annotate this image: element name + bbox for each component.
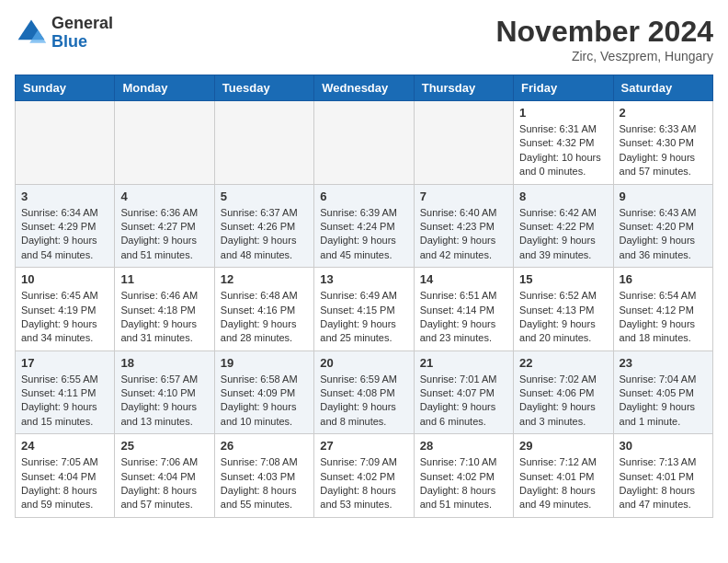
week-row-5: 24Sunrise: 7:05 AM Sunset: 4:04 PM Dayli…: [16, 434, 713, 518]
calendar-cell: 21Sunrise: 7:01 AM Sunset: 4:07 PM Dayli…: [414, 350, 513, 434]
calendar-cell: 1Sunrise: 6:31 AM Sunset: 4:32 PM Daylig…: [514, 101, 613, 185]
day-info: Sunrise: 7:02 AM Sunset: 4:06 PM Dayligh…: [519, 373, 607, 430]
day-info: Sunrise: 6:31 AM Sunset: 4:32 PM Dayligh…: [519, 122, 607, 179]
day-info: Sunrise: 6:52 AM Sunset: 4:13 PM Dayligh…: [519, 289, 607, 346]
logo-icon: [15, 17, 48, 50]
day-number: 19: [221, 356, 308, 370]
day-number: 16: [620, 272, 707, 286]
calendar-cell: 11Sunrise: 6:46 AM Sunset: 4:18 PM Dayli…: [115, 268, 214, 351]
day-info: Sunrise: 7:10 AM Sunset: 4:02 PM Dayligh…: [420, 455, 507, 512]
day-number: 21: [420, 356, 507, 370]
day-number: 26: [221, 439, 308, 453]
day-number: 17: [21, 356, 108, 370]
calendar-cell: 8Sunrise: 6:42 AM Sunset: 4:22 PM Daylig…: [514, 184, 613, 268]
day-number: 29: [519, 439, 607, 453]
day-info: Sunrise: 6:57 AM Sunset: 4:10 PM Dayligh…: [120, 373, 208, 430]
calendar-cell: 14Sunrise: 6:51 AM Sunset: 4:14 PM Dayli…: [414, 268, 513, 351]
day-number: 11: [120, 272, 208, 286]
day-info: Sunrise: 6:43 AM Sunset: 4:20 PM Dayligh…: [620, 206, 707, 263]
day-number: 25: [120, 439, 208, 453]
day-info: Sunrise: 7:12 AM Sunset: 4:01 PM Dayligh…: [519, 455, 607, 512]
calendar-cell: [214, 101, 313, 185]
calendar-cell: 29Sunrise: 7:12 AM Sunset: 4:01 PM Dayli…: [514, 434, 613, 518]
day-number: 18: [120, 356, 208, 370]
day-info: Sunrise: 6:48 AM Sunset: 4:16 PM Dayligh…: [221, 289, 308, 346]
day-info: Sunrise: 7:01 AM Sunset: 4:07 PM Dayligh…: [420, 373, 507, 430]
day-info: Sunrise: 7:09 AM Sunset: 4:02 PM Dayligh…: [320, 455, 407, 512]
logo: General Blue: [15, 15, 113, 52]
title-block: November 2024 Zirc, Veszprem, Hungary: [495, 15, 713, 63]
logo-general-text: General: [51, 14, 113, 32]
calendar-cell: 24Sunrise: 7:05 AM Sunset: 4:04 PM Dayli…: [16, 434, 115, 518]
day-info: Sunrise: 6:33 AM Sunset: 4:30 PM Dayligh…: [620, 122, 707, 179]
location-text: Zirc, Veszprem, Hungary: [495, 49, 713, 63]
calendar-cell: 12Sunrise: 6:48 AM Sunset: 4:16 PM Dayli…: [214, 268, 313, 351]
week-row-2: 3Sunrise: 6:34 AM Sunset: 4:29 PM Daylig…: [16, 184, 713, 268]
calendar-cell: 23Sunrise: 7:04 AM Sunset: 4:05 PM Dayli…: [613, 350, 712, 434]
day-number: 6: [320, 190, 407, 203]
day-info: Sunrise: 7:04 AM Sunset: 4:05 PM Dayligh…: [620, 373, 707, 430]
day-info: Sunrise: 6:51 AM Sunset: 4:14 PM Dayligh…: [420, 289, 507, 346]
calendar-table: SundayMondayTuesdayWednesdayThursdayFrid…: [15, 75, 713, 518]
day-info: Sunrise: 6:42 AM Sunset: 4:22 PM Dayligh…: [519, 206, 607, 263]
day-number: 30: [620, 439, 707, 453]
day-number: 2: [620, 106, 707, 120]
day-info: Sunrise: 6:59 AM Sunset: 4:08 PM Dayligh…: [320, 373, 407, 430]
calendar-cell: 6Sunrise: 6:39 AM Sunset: 4:24 PM Daylig…: [314, 184, 414, 268]
calendar-cell: 27Sunrise: 7:09 AM Sunset: 4:02 PM Dayli…: [314, 434, 414, 518]
calendar-cell: 16Sunrise: 6:54 AM Sunset: 4:12 PM Dayli…: [613, 268, 712, 351]
day-info: Sunrise: 6:45 AM Sunset: 4:19 PM Dayligh…: [21, 289, 108, 346]
day-number: 4: [120, 190, 208, 203]
page-header: General Blue November 2024 Zirc, Veszpre…: [15, 15, 713, 63]
weekday-header-monday: Monday: [115, 75, 214, 101]
week-row-4: 17Sunrise: 6:55 AM Sunset: 4:11 PM Dayli…: [16, 350, 713, 434]
calendar-cell: 28Sunrise: 7:10 AM Sunset: 4:02 PM Dayli…: [414, 434, 513, 518]
day-number: 3: [21, 190, 108, 203]
week-row-1: 1Sunrise: 6:31 AM Sunset: 4:32 PM Daylig…: [16, 101, 713, 185]
day-number: 23: [620, 356, 707, 370]
calendar-cell: 20Sunrise: 6:59 AM Sunset: 4:08 PM Dayli…: [314, 350, 414, 434]
calendar-cell: 22Sunrise: 7:02 AM Sunset: 4:06 PM Dayli…: [514, 350, 613, 434]
calendar-cell: 13Sunrise: 6:49 AM Sunset: 4:15 PM Dayli…: [314, 268, 414, 351]
calendar-cell: [314, 101, 414, 185]
weekday-header-sunday: Sunday: [16, 75, 115, 101]
calendar-cell: 10Sunrise: 6:45 AM Sunset: 4:19 PM Dayli…: [16, 268, 115, 351]
calendar-cell: [16, 101, 115, 185]
day-number: 28: [420, 439, 507, 453]
calendar-cell: 15Sunrise: 6:52 AM Sunset: 4:13 PM Dayli…: [514, 268, 613, 351]
calendar-cell: 25Sunrise: 7:06 AM Sunset: 4:04 PM Dayli…: [115, 434, 214, 518]
day-info: Sunrise: 6:58 AM Sunset: 4:09 PM Dayligh…: [221, 373, 308, 430]
logo-blue-text: Blue: [51, 32, 87, 51]
calendar-cell: 30Sunrise: 7:13 AM Sunset: 4:01 PM Dayli…: [613, 434, 712, 518]
day-number: 24: [21, 439, 108, 453]
day-info: Sunrise: 6:46 AM Sunset: 4:18 PM Dayligh…: [120, 289, 208, 346]
calendar-cell: 7Sunrise: 6:40 AM Sunset: 4:23 PM Daylig…: [414, 184, 513, 268]
calendar-cell: 4Sunrise: 6:36 AM Sunset: 4:27 PM Daylig…: [115, 184, 214, 268]
day-info: Sunrise: 6:39 AM Sunset: 4:24 PM Dayligh…: [320, 206, 407, 263]
day-number: 20: [320, 356, 407, 370]
day-number: 14: [420, 272, 507, 286]
day-number: 1: [519, 106, 607, 120]
day-number: 27: [320, 439, 407, 453]
weekday-header-thursday: Thursday: [414, 75, 513, 101]
day-number: 22: [519, 356, 607, 370]
day-info: Sunrise: 6:54 AM Sunset: 4:12 PM Dayligh…: [620, 289, 707, 346]
weekday-header-tuesday: Tuesday: [214, 75, 313, 101]
calendar-cell: [414, 101, 513, 185]
calendar-cell: 2Sunrise: 6:33 AM Sunset: 4:30 PM Daylig…: [613, 101, 712, 185]
calendar-cell: 5Sunrise: 6:37 AM Sunset: 4:26 PM Daylig…: [214, 184, 313, 268]
weekday-header-row: SundayMondayTuesdayWednesdayThursdayFrid…: [16, 75, 713, 101]
day-info: Sunrise: 6:37 AM Sunset: 4:26 PM Dayligh…: [221, 206, 308, 263]
day-number: 15: [519, 272, 607, 286]
calendar-cell: 19Sunrise: 6:58 AM Sunset: 4:09 PM Dayli…: [214, 350, 313, 434]
day-number: 10: [21, 272, 108, 286]
day-info: Sunrise: 6:49 AM Sunset: 4:15 PM Dayligh…: [320, 289, 407, 346]
day-number: 9: [620, 190, 707, 203]
weekday-header-saturday: Saturday: [613, 75, 712, 101]
day-info: Sunrise: 6:55 AM Sunset: 4:11 PM Dayligh…: [21, 373, 108, 430]
day-info: Sunrise: 7:13 AM Sunset: 4:01 PM Dayligh…: [620, 455, 707, 512]
day-info: Sunrise: 7:05 AM Sunset: 4:04 PM Dayligh…: [21, 455, 108, 512]
day-info: Sunrise: 6:36 AM Sunset: 4:27 PM Dayligh…: [120, 206, 208, 263]
day-info: Sunrise: 7:08 AM Sunset: 4:03 PM Dayligh…: [221, 455, 308, 512]
day-number: 7: [420, 190, 507, 203]
